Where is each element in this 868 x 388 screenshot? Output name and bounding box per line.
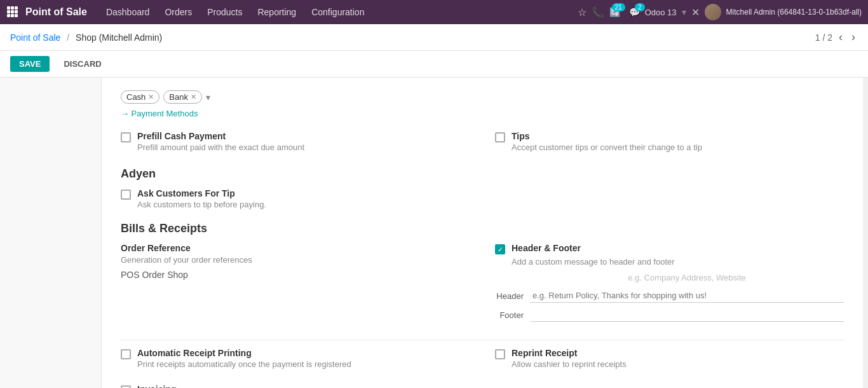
ask-tip-checkbox[interactable] [121,190,131,200]
prefill-cash-title: Prefill Cash Payment [137,131,470,141]
bank-tag[interactable]: Bank ✕ [163,90,202,104]
breadcrumb-current: Shop (Mitchell Admin) [76,32,162,43]
nav-orders[interactable]: Orders [158,3,198,21]
svg-rect-1 [11,6,14,10]
svg-rect-4 [11,10,14,13]
auto-receipt-setting: Automatic Receipt Printing Print receipt… [121,348,470,369]
cash-tag-remove[interactable]: ✕ [148,93,154,101]
app-brand: Point of Sale [25,6,87,18]
auto-receipt-desc: Print receipts automatically once the pa… [137,359,470,369]
tips-content: Tips Accept customer tips or convert the… [512,131,844,152]
nav-sep: ▾ [682,7,686,17]
reprint-receipt-title: Reprint Receipt [512,348,844,358]
auto-receipt-checkbox[interactable] [121,349,131,359]
prefill-cash-desc: Prefill amount paid with the exact due a… [137,142,470,152]
footer-input[interactable] [530,308,844,322]
ask-tip-content: Ask Customers For Tip Ask customers to t… [137,188,844,209]
order-reference-col: Order Reference Generation of your order… [121,243,470,327]
svg-rect-2 [15,6,18,10]
odoo-version[interactable]: Odoo 13 [645,8,677,17]
header-footer-placeholder: e.g. Company Address, Website [530,273,844,282]
nav-products[interactable]: Products [201,3,248,21]
user-name[interactable]: Mitchell Admin (664841-13-0-1b63df-all) [726,8,862,17]
reprint-receipt-checkbox[interactable] [495,349,505,359]
message-badge[interactable]: 💬 2 [629,7,640,17]
breadcrumb-parent[interactable]: Point of Sale [10,32,60,43]
receipt-row: Automatic Receipt Printing Print receipt… [121,348,844,369]
left-sidebar [0,78,102,388]
invoicing-row: Invoicing Print invoices on customer req… [121,384,844,388]
cash-tag-label: Cash [126,92,146,102]
order-ref-title: Order Reference [121,243,470,253]
avatar[interactable] [705,4,721,20]
header-footer-title-row: Header & Footer [495,243,844,254]
message-count: 2 [635,3,645,11]
header-footer-title: Header & Footer [512,243,581,253]
prefill-tips-row: Prefill Cash Payment Prefill amount paid… [121,131,844,152]
reprint-receipt-desc: Allow cashier to reprint receipts [512,359,844,369]
activity-count: 21 [612,3,625,11]
header-footer-checkbox[interactable] [495,244,505,254]
ask-tip-setting: Ask Customers For Tip Ask customers to t… [121,188,844,209]
activity-badge[interactable]: 🔄 21 [609,7,620,17]
bank-tag-remove[interactable]: ✕ [191,93,196,101]
star-icon[interactable]: ☆ [578,6,587,18]
close-icon[interactable]: ✕ [691,6,700,18]
prefill-cash-setting: Prefill Cash Payment Prefill amount paid… [121,131,470,152]
tips-setting: Tips Accept customer tips or convert the… [495,131,844,152]
divider [121,340,844,340]
tags-dropdown[interactable]: ▾ [206,92,210,102]
nav-reporting[interactable]: Reporting [251,3,302,21]
save-button[interactable]: SAVE [10,56,50,72]
content-area: Cash ✕ Bank ✕ ▾ → Payment Methods Prefil… [102,78,863,388]
order-ref-value: POS Order Shop [121,270,470,280]
bills-receipts-title: Bills & Receipts [121,222,844,235]
breadcrumb: Point of Sale / Shop (Mitchell Admin) [10,32,162,43]
bank-tag-label: Bank [169,92,188,102]
payment-tags-row: Cash ✕ Bank ✕ ▾ [121,90,844,104]
auto-receipt-content: Automatic Receipt Printing Print receipt… [137,348,470,369]
invoicing-checkbox[interactable] [121,385,131,388]
tips-desc: Accept customer tips or convert their ch… [512,142,844,152]
nav-dashboard[interactable]: Dashboard [100,3,156,21]
nav-configuration[interactable]: Configuration [305,3,370,21]
pagination-info: 1 / 2 [815,32,832,43]
ask-tip-desc: Ask customers to tip before paying. [137,200,844,209]
header-footer-desc: Add a custom message to header and foote… [512,257,844,267]
header-field-row: Header [495,289,844,303]
ask-tip-title: Ask Customers For Tip [137,188,844,198]
payment-methods-link[interactable]: → Payment Methods [121,109,844,118]
discard-button[interactable]: DISCARD [55,56,110,72]
svg-rect-3 [7,10,10,13]
svg-rect-5 [15,10,18,13]
phone-icon[interactable]: 📞 [592,6,604,18]
auto-receipt-title: Automatic Receipt Printing [137,348,470,358]
reprint-receipt-content: Reprint Receipt Allow cashier to reprint… [512,348,844,369]
nav-right-section: ☆ 📞 🔄 21 💬 2 Odoo 13 ▾ ✕ Mitchell Admin … [578,4,862,20]
prefill-cash-content: Prefill Cash Payment Prefill amount paid… [137,131,470,152]
tips-title: Tips [512,131,844,141]
svg-rect-8 [15,14,18,17]
svg-rect-0 [7,6,10,10]
pagination: 1 / 2 ‹ › [815,29,858,45]
main-content: Cash ✕ Bank ✕ ▾ → Payment Methods Prefil… [0,78,868,388]
prev-page-button[interactable]: ‹ [836,29,845,45]
breadcrumb-bar: Point of Sale / Shop (Mitchell Admin) 1 … [0,24,868,51]
prefill-cash-checkbox[interactable] [121,132,131,142]
next-page-button[interactable]: › [849,29,858,45]
cash-tag[interactable]: Cash ✕ [121,90,159,104]
nav-menu: Dashboard Orders Products Reporting Conf… [100,3,578,21]
footer-label: Footer [495,310,524,320]
right-sidebar [863,78,868,388]
invoicing-content: Invoicing Print invoices on customer req… [137,384,470,388]
empty-setting [495,384,844,388]
svg-rect-7 [11,14,14,17]
breadcrumb-separator: / [67,32,69,43]
order-ref-desc: Generation of your order references [121,255,470,265]
reprint-receipt-setting: Reprint Receipt Allow cashier to reprint… [495,348,844,369]
order-header-row: Order Reference Generation of your order… [121,243,844,327]
grid-icon[interactable] [6,6,18,19]
tips-checkbox[interactable] [495,132,505,142]
action-bar: SAVE DISCARD [0,51,868,78]
header-input[interactable] [530,289,844,303]
